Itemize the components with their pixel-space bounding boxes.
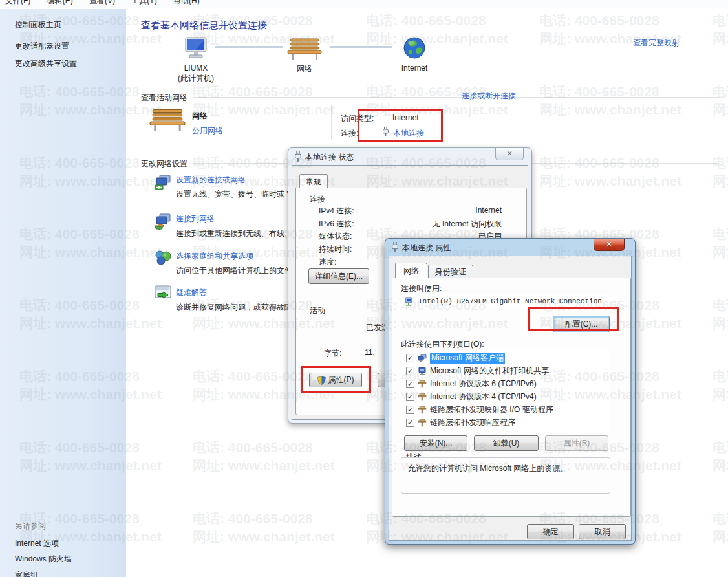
checkbox[interactable]: ✓ <box>406 380 414 388</box>
change-settings-header: 更改网络设置 <box>141 158 187 169</box>
client-icon <box>418 354 427 362</box>
uninstall-button[interactable]: 卸载(U) <box>474 435 539 451</box>
menu-file[interactable]: 文件(F) <box>5 0 30 6</box>
homegroup-options-icon <box>154 248 172 267</box>
menu-view[interactable]: 查看(V) <box>89 0 115 6</box>
properties-button-label: 属性(P) <box>328 375 354 386</box>
setup-new-connection-link[interactable]: 设置新的连接或网络 <box>176 175 246 186</box>
connect-disconnect-link[interactable]: 连接或断开连接 <box>462 91 516 102</box>
connect-using-label: 连接时使用: <box>401 283 442 294</box>
list-item[interactable]: ✓ 链路层拓扑发现响应程序 <box>401 416 610 429</box>
connection-items-list[interactable]: ✓ Microsoft 网络客户端 ✓ Microsoft <box>401 349 610 431</box>
map-internet-label: Internet <box>391 63 438 72</box>
ipv6-label: IPv6 连接: <box>319 219 354 230</box>
watermark: 电话: 400-665-0028网址: www.chanjet.net <box>193 439 335 475</box>
list-item-label: Internet 协议版本 6 (TCP/IPv6) <box>430 378 537 389</box>
description-box: 允许您的计算机访问 Microsoft 网络上的资源。 <box>401 457 610 494</box>
configure-button[interactable]: 配置(C)... <box>553 316 610 332</box>
network-adapter-icon <box>405 297 414 306</box>
menu-tools[interactable]: 工具(T) <box>131 0 156 6</box>
watermark: 电话: 400-665-0028网址: www.chanjet.net <box>539 83 681 119</box>
sidebar-item-homegroup[interactable]: 家庭组 <box>15 570 38 577</box>
checkbox[interactable]: ✓ <box>406 419 414 427</box>
checkbox[interactable]: ✓ <box>406 406 414 414</box>
computer-sub-label: (此计算机) <box>169 73 222 84</box>
list-item[interactable]: ✓ Microsoft 网络客户端 <box>401 351 610 364</box>
menu-bar: 文件(F) 编辑(E) 查看(V) 工具(T) 帮助(H) <box>0 0 728 8</box>
properties-dialog-plug-icon <box>391 242 399 252</box>
map-connector-line-2 <box>330 46 392 48</box>
watermark: 电话: 400-665-0028网址: www.chanjet.net <box>712 154 728 190</box>
protocol-icon <box>418 406 427 414</box>
sidebar-item-internet-options[interactable]: Internet 选项 <box>15 538 59 549</box>
internet-globe-icon[interactable] <box>403 36 426 60</box>
status-dialog-plug-icon <box>294 151 302 162</box>
watermark: 电话: 400-665-0028网址: www.chanjet.net <box>712 83 728 119</box>
watermark: 电话: 400-665-0028网址: www.chanjet.net <box>712 12 728 48</box>
list-item[interactable]: ✓ Microsoft 网络的文件和打印机共享 <box>401 364 610 377</box>
uac-shield-icon <box>317 376 326 385</box>
menu-help[interactable]: 帮助(H) <box>173 0 200 6</box>
install-button[interactable]: 安装(N)... <box>404 435 467 451</box>
file-printer-sharing-icon <box>418 367 427 375</box>
properties-dialog-body: 网络 身份验证 连接时使用: Intel(R) 82579LM Gigabit … <box>389 256 632 541</box>
checkbox[interactable]: ✓ <box>406 367 414 375</box>
sidebar: 控制面板主页 更改适配器设置 更改高级共享设置 另请参阅 Internet 选项… <box>0 9 126 577</box>
bytes-label: 字节: <box>324 348 341 359</box>
sidebar-item-windows-firewall[interactable]: Windows 防火墙 <box>15 554 72 565</box>
sidebar-item-control-panel-home[interactable]: 控制面板主页 <box>15 19 61 30</box>
status-dialog-close-button[interactable]: ✕ <box>495 148 524 160</box>
computer-name-label: LIUMX <box>169 63 222 72</box>
properties-button[interactable]: 属性(P) <box>309 373 362 387</box>
tab-networking[interactable]: 网络 <box>395 263 427 278</box>
network-bench-icon[interactable] <box>286 38 323 61</box>
duration-label: 持续时间: <box>319 244 352 255</box>
connect-to-network-link[interactable]: 连接到网络 <box>176 213 215 224</box>
properties-dialog-title: 本地连接 属性 <box>402 243 451 254</box>
tab-general[interactable]: 常规 <box>299 174 328 188</box>
network-sharing-center-window: 文件(F) 编辑(E) 查看(V) 工具(T) 帮助(H) 控制面板主页 更改适… <box>0 0 728 577</box>
ipv4-value: Internet <box>475 206 502 215</box>
watermark: 电话: 400-665-0028网址: www.chanjet.net <box>193 83 335 119</box>
section-divider-2 <box>141 144 719 144</box>
ipv4-label: IPv4 连接: <box>319 206 354 217</box>
description-text: 允许您的计算机访问 Microsoft 网络上的资源。 <box>401 458 610 479</box>
properties-dialog-close-button[interactable]: ✕ <box>594 239 625 251</box>
view-full-map-link[interactable]: 查看完整映射 <box>633 38 680 49</box>
homegroup-options-link[interactable]: 选择家庭组和共享选项 <box>176 251 253 262</box>
list-item-label: Microsoft 网络的文件和打印机共享 <box>430 365 549 376</box>
menu-edit[interactable]: 编辑(E) <box>47 0 73 6</box>
cancel-button[interactable]: 取消 <box>579 524 626 539</box>
troubleshoot-icon <box>154 285 172 301</box>
adapter-name: Intel(R) 82579LM Gigabit Network Connect… <box>418 298 602 305</box>
map-network-label: 网络 <box>286 63 323 74</box>
list-item[interactable]: ✓ 链路层拓扑发现映射器 I/O 驱动程序 <box>401 403 610 416</box>
item-properties-button[interactable]: 属性(R) <box>545 435 608 451</box>
speed-label: 速度: <box>319 257 336 268</box>
list-item-label: Internet 协议版本 4 (TCP/IPv4) <box>430 391 537 402</box>
watermark: 电话: 400-665-0028网址: www.chanjet.net <box>712 225 728 261</box>
ipv6-value: 无 Internet 访问权限 <box>433 219 502 230</box>
details-button[interactable]: 详细信息(E)... <box>308 268 369 284</box>
troubleshoot-link[interactable]: 疑难解答 <box>176 287 207 298</box>
activity-group-label: 活动 <box>310 305 325 316</box>
local-connection-link[interactable]: 本地连接 <box>393 128 424 139</box>
status-dialog-title: 本地连接 状态 <box>305 152 354 163</box>
watermark: 电话: 400-665-0028网址: www.chanjet.net <box>193 510 335 546</box>
page-title: 查看基本网络信息并设置连接 <box>141 19 267 32</box>
list-item[interactable]: ✓ Internet 协议版本 6 (TCP/IPv6) <box>401 377 610 390</box>
computer-icon[interactable] <box>183 36 209 60</box>
watermark: 电话: 400-665-0028网址: www.chanjet.net <box>712 367 728 404</box>
media-state-label: 媒体状态: <box>319 231 352 242</box>
checkbox[interactable]: ✓ <box>406 393 414 401</box>
sidebar-item-change-adapter-settings[interactable]: 更改适配器设置 <box>15 41 69 52</box>
active-networks-header: 查看活动网络 <box>141 93 187 103</box>
tab-authentication[interactable]: 身份验证 <box>428 265 473 278</box>
checkbox[interactable]: ✓ <box>406 354 414 362</box>
sidebar-item-change-advanced-sharing[interactable]: 更改高级共享设置 <box>15 58 77 69</box>
watermark: 电话: 400-665-0028网址: www.chanjet.net <box>539 154 681 190</box>
ok-button[interactable]: 确定 <box>527 524 574 539</box>
network-type-link[interactable]: 公用网络 <box>192 125 223 136</box>
map-connector-line <box>215 46 283 48</box>
list-item[interactable]: ✓ Internet 协议版本 4 (TCP/IPv4) <box>401 390 610 403</box>
